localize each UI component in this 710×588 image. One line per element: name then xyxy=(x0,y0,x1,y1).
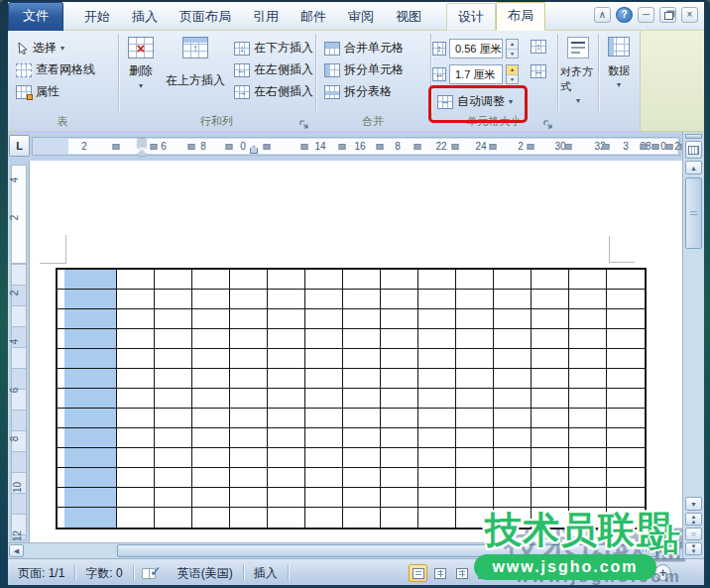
table-cell[interactable] xyxy=(456,270,494,290)
table-cell[interactable] xyxy=(456,468,494,488)
table-column-marker[interactable] xyxy=(188,144,195,150)
table-cell[interactable] xyxy=(343,290,381,309)
table-column-marker[interactable] xyxy=(113,144,120,150)
table-cell[interactable] xyxy=(456,508,494,528)
insert-right-button[interactable]: →在右侧插入 xyxy=(230,81,317,102)
restore-button[interactable] xyxy=(659,7,676,23)
table-cell[interactable] xyxy=(607,349,645,369)
table-column-marker[interactable] xyxy=(339,144,346,150)
row-height-spinner[interactable]: ▲▼ xyxy=(506,39,519,59)
table-cell[interactable] xyxy=(155,290,192,309)
fullscreen-reading-view-button[interactable] xyxy=(430,564,449,582)
table-cell[interactable] xyxy=(192,309,230,329)
insert-left-button[interactable]: ←在左侧插入 xyxy=(230,59,317,80)
tab-view[interactable]: 视图 xyxy=(385,4,432,31)
table-column-marker[interactable] xyxy=(414,144,421,150)
insert-above-button[interactable]: ↑ 在上方插入 xyxy=(163,37,228,89)
table-cell[interactable] xyxy=(494,349,532,369)
word-count[interactable]: 字数: 0 xyxy=(75,565,132,582)
table-cell[interactable] xyxy=(418,389,456,409)
table-column-marker[interactable] xyxy=(666,144,673,150)
table-column-marker[interactable] xyxy=(652,144,659,150)
table-column-marker[interactable] xyxy=(452,144,459,150)
table-cell-selected[interactable] xyxy=(58,349,117,369)
table-cell[interactable] xyxy=(305,290,343,309)
table-cell[interactable] xyxy=(456,329,494,349)
cell-size-dialog-launcher[interactable] xyxy=(542,116,554,128)
table-cell[interactable] xyxy=(117,270,155,290)
table-cell[interactable] xyxy=(381,290,418,309)
tab-review[interactable]: 审阅 xyxy=(337,4,385,31)
vertical-scroll-thumb[interactable] xyxy=(685,177,702,249)
table-cell[interactable] xyxy=(607,409,645,428)
table-cell[interactable] xyxy=(418,369,456,389)
table-cell[interactable] xyxy=(569,389,607,409)
table-cell[interactable] xyxy=(532,468,569,488)
table-cell[interactable] xyxy=(117,448,155,468)
table-cell[interactable] xyxy=(418,409,456,428)
table-cell[interactable] xyxy=(607,488,645,508)
table-cell[interactable] xyxy=(155,349,192,369)
table-cell[interactable] xyxy=(607,428,645,448)
table-cell[interactable] xyxy=(532,428,569,448)
language-indicator[interactable]: 英语(美国) xyxy=(168,565,243,582)
table-cell[interactable] xyxy=(607,290,645,309)
tab-design[interactable]: 设计 xyxy=(446,3,496,31)
table-cell[interactable] xyxy=(607,309,645,329)
table-cell-selected[interactable] xyxy=(58,270,117,290)
table-cell[interactable] xyxy=(343,369,381,389)
document-page[interactable] xyxy=(30,161,682,542)
table-cell-selected[interactable] xyxy=(58,389,117,409)
table-cell[interactable] xyxy=(381,349,418,369)
table-cell[interactable] xyxy=(381,409,418,428)
table-cell[interactable] xyxy=(569,270,607,290)
table-cell-selected[interactable] xyxy=(58,508,117,528)
tab-page-layout[interactable]: 页面布局 xyxy=(169,4,242,31)
table-cell[interactable] xyxy=(268,428,305,448)
table-cell[interactable] xyxy=(230,488,268,508)
table-cell[interactable] xyxy=(343,508,381,528)
table-cell-selected[interactable] xyxy=(58,428,117,448)
table-cell[interactable] xyxy=(381,448,418,468)
table-cell[interactable] xyxy=(192,428,230,448)
help-button[interactable]: ? xyxy=(616,7,633,23)
indent-marker[interactable] xyxy=(138,139,147,156)
table-cell[interactable] xyxy=(607,468,645,488)
table-cell[interactable] xyxy=(155,329,192,349)
table-cell[interactable] xyxy=(192,349,230,369)
table-cell[interactable] xyxy=(569,468,607,488)
table-cell[interactable] xyxy=(343,309,381,329)
table-cell[interactable] xyxy=(381,389,418,409)
outline-view-button[interactable] xyxy=(474,564,493,582)
table-cell[interactable] xyxy=(343,468,381,488)
table-cell[interactable] xyxy=(569,428,607,448)
table-cell[interactable] xyxy=(532,488,569,508)
table-cell[interactable] xyxy=(532,349,569,369)
table-cell[interactable] xyxy=(268,508,305,528)
table-cell[interactable] xyxy=(532,329,569,349)
table-cell[interactable] xyxy=(268,389,305,409)
tab-layout[interactable]: 布局 xyxy=(496,2,545,31)
table-cell[interactable] xyxy=(494,290,532,309)
table-cell[interactable] xyxy=(418,290,456,309)
table-cell[interactable] xyxy=(343,329,381,349)
table-cell[interactable] xyxy=(343,488,381,508)
horizontal-scrollbar[interactable]: ◀ xyxy=(8,542,682,558)
table-cell[interactable] xyxy=(155,389,192,409)
table-cell[interactable] xyxy=(418,448,456,468)
table-cell[interactable] xyxy=(494,309,532,329)
table-cell[interactable] xyxy=(268,488,305,508)
table-cell[interactable] xyxy=(418,488,456,508)
table-cell[interactable] xyxy=(117,290,155,309)
table-cell[interactable] xyxy=(418,309,456,329)
table-cell[interactable] xyxy=(230,409,268,428)
table-cell[interactable] xyxy=(117,369,155,389)
select-browse-object-button[interactable]: ○ xyxy=(685,528,702,540)
table-cell[interactable] xyxy=(230,290,268,309)
table-cell[interactable] xyxy=(117,349,155,369)
distribute-rows-button[interactable]: ↕ xyxy=(527,38,550,56)
table-cell[interactable] xyxy=(305,488,343,508)
table-cell[interactable] xyxy=(117,508,155,528)
table-cell[interactable] xyxy=(381,369,418,389)
table-cell[interactable] xyxy=(343,448,381,468)
